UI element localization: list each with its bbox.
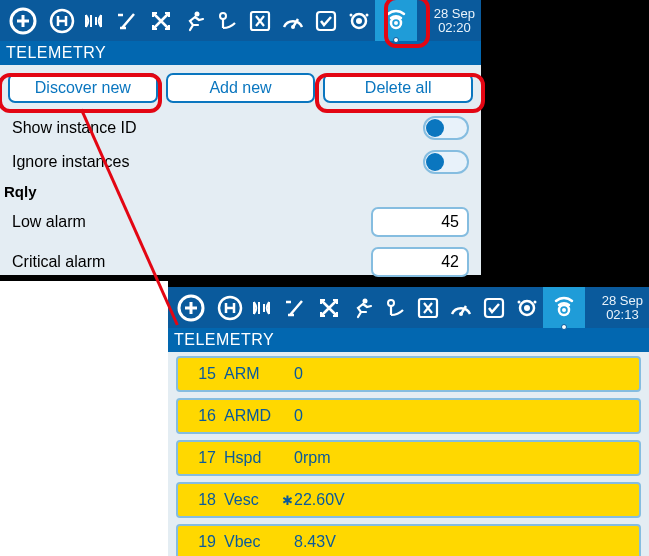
cross-arrows-icon[interactable] — [312, 287, 345, 328]
svg-point-12 — [349, 13, 352, 16]
sensor-value: 0rpm — [294, 449, 330, 467]
transmitter-icon[interactable] — [210, 0, 243, 41]
sensor-name: ARMD — [224, 407, 282, 425]
add-new-label: Add new — [209, 79, 271, 97]
svg-point-13 — [365, 13, 368, 16]
sensor-fresh-icon: ✱ — [282, 493, 294, 508]
telemetry-icon[interactable] — [375, 0, 417, 41]
svg-point-20 — [362, 298, 367, 303]
discover-new-label: Discover new — [35, 79, 131, 97]
sensor-value: 22.60V — [294, 491, 345, 509]
svg-point-15 — [394, 21, 398, 25]
section-title: TELEMETRY — [0, 41, 481, 65]
sensor-name: Vesc — [224, 491, 282, 509]
critical-alarm-input[interactable] — [371, 247, 469, 277]
cross-arrows-icon[interactable] — [144, 0, 177, 41]
heliport-icon[interactable] — [45, 0, 78, 41]
telemetry-button-row: Discover new Add new Delete all — [0, 65, 481, 111]
svg-point-31 — [562, 308, 566, 312]
topbar-2: 28 Sep 02:13 — [168, 287, 649, 328]
sensor-name: ARM — [224, 365, 282, 383]
x-box-icon[interactable] — [411, 287, 444, 328]
screen-1: 28 Sep 02:20 TELEMETRY Discover new Add … — [0, 0, 481, 275]
delete-all-label: Delete all — [365, 79, 432, 97]
svg-point-8 — [291, 25, 295, 29]
critical-alarm-label: Critical alarm — [12, 253, 371, 271]
sensor-list: 15 ARM 0 16 ARMD 0 17 Hspd 0rpm 18 Vesc … — [168, 352, 649, 556]
svg-point-4 — [194, 11, 199, 16]
eye-icon[interactable] — [342, 0, 375, 41]
svg-point-29 — [533, 300, 536, 303]
add-new-button[interactable]: Add new — [166, 73, 316, 103]
plus-circle-icon[interactable] — [0, 0, 45, 41]
screen-2: 28 Sep 02:13 TELEMETRY 15 ARM 0 16 ARMD … — [168, 287, 649, 556]
sensor-group-header: Rqly — [0, 179, 481, 202]
sensor-idx: 17 — [188, 449, 216, 467]
topbar: 28 Sep 02:20 — [0, 0, 481, 41]
ignore-instances-label: Ignore instances — [12, 153, 423, 171]
low-alarm-input[interactable] — [371, 207, 469, 237]
low-alarm-label: Low alarm — [12, 213, 371, 231]
check-box-icon[interactable] — [309, 0, 342, 41]
svg-point-5 — [220, 13, 226, 19]
sensor-row[interactable]: 18 Vesc ✱ 22.60V — [176, 482, 641, 518]
sensor-value: 0 — [294, 407, 303, 425]
runner-icon[interactable] — [345, 287, 378, 328]
switch-icon[interactable] — [111, 0, 144, 41]
low-alarm-row: Low alarm — [0, 202, 481, 242]
signal-icon[interactable] — [78, 0, 111, 41]
svg-point-27 — [524, 305, 530, 311]
heliport-icon[interactable] — [213, 287, 246, 328]
plus-circle-icon[interactable] — [168, 287, 213, 328]
sensor-name: Hspd — [224, 449, 282, 467]
show-instance-label: Show instance ID — [12, 119, 423, 137]
ignore-instances-row: Ignore instances — [0, 145, 481, 179]
sensor-idx: 19 — [188, 533, 216, 551]
ignore-instances-toggle[interactable] — [423, 150, 469, 174]
time-text-2: 02:13 — [602, 308, 643, 322]
time-text: 02:20 — [434, 21, 475, 35]
transmitter-icon[interactable] — [378, 287, 411, 328]
sensor-idx: 15 — [188, 365, 216, 383]
critical-alarm-row: Critical alarm — [0, 242, 481, 282]
sensor-value: 8.43V — [294, 533, 336, 551]
sensor-row[interactable]: 19 Vbec 8.43V — [176, 524, 641, 556]
telemetry-icon[interactable] — [543, 287, 585, 328]
discover-new-button[interactable]: Discover new — [8, 73, 158, 103]
sensor-value: 0 — [294, 365, 303, 383]
date-text: 28 Sep — [434, 7, 475, 21]
datetime-2: 28 Sep 02:13 — [596, 294, 649, 322]
eye-icon[interactable] — [510, 287, 543, 328]
gauge-icon[interactable] — [444, 287, 477, 328]
delete-all-button[interactable]: Delete all — [323, 73, 473, 103]
gauge-icon[interactable] — [276, 0, 309, 41]
show-instance-row: Show instance ID — [0, 111, 481, 145]
svg-point-24 — [459, 312, 463, 316]
show-instance-toggle[interactable] — [423, 116, 469, 140]
sensor-name: Vbec — [224, 533, 282, 551]
runner-icon[interactable] — [177, 0, 210, 41]
sensor-idx: 18 — [188, 491, 216, 509]
date-text-2: 28 Sep — [602, 294, 643, 308]
svg-point-11 — [356, 18, 362, 24]
check-box-icon[interactable] — [477, 287, 510, 328]
sensor-row[interactable]: 17 Hspd 0rpm — [176, 440, 641, 476]
signal-icon[interactable] — [246, 287, 279, 328]
svg-point-21 — [388, 300, 394, 306]
svg-point-28 — [517, 300, 520, 303]
switch-icon[interactable] — [279, 287, 312, 328]
x-box-icon[interactable] — [243, 0, 276, 41]
datetime: 28 Sep 02:20 — [428, 7, 481, 35]
sensor-row[interactable]: 16 ARMD 0 — [176, 398, 641, 434]
section-title-2: TELEMETRY — [168, 328, 649, 352]
sensor-row[interactable]: 15 ARM 0 — [176, 356, 641, 392]
sensor-idx: 16 — [188, 407, 216, 425]
